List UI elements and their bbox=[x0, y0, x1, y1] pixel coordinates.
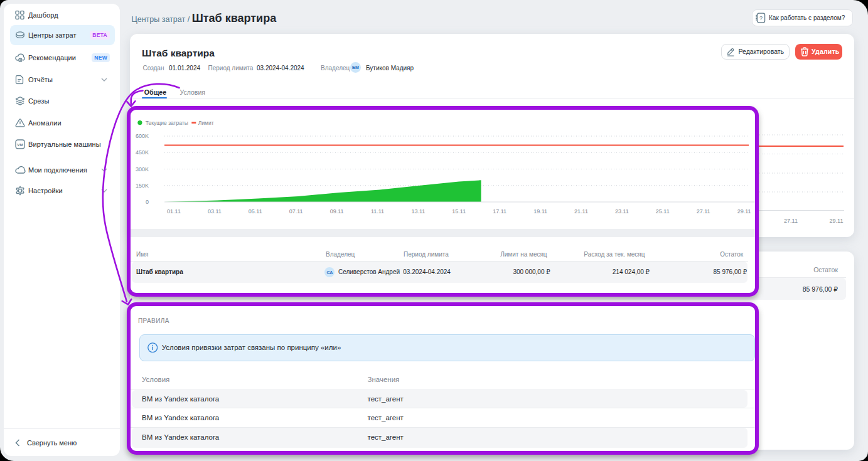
svg-text:17.11: 17.11 bbox=[493, 208, 506, 215]
svg-text:23.11: 23.11 bbox=[615, 208, 629, 215]
svg-text:VM: VM bbox=[17, 142, 23, 146]
svg-text:27.11: 27.11 bbox=[697, 208, 710, 215]
svg-text:Текущие затраты: Текущие затраты bbox=[146, 120, 188, 126]
svg-text:19.11: 19.11 bbox=[533, 208, 547, 215]
svg-text:13.11: 13.11 bbox=[411, 208, 425, 215]
svg-text:300K: 300K bbox=[136, 166, 149, 172]
svg-text:600K: 600K bbox=[136, 133, 149, 139]
svg-text:07.11: 07.11 bbox=[289, 208, 303, 215]
svg-text:21.11: 21.11 bbox=[574, 208, 588, 215]
svg-text:05.11: 05.11 bbox=[249, 208, 262, 215]
svg-text:0: 0 bbox=[146, 199, 149, 205]
svg-text:09.11: 09.11 bbox=[330, 208, 344, 215]
svg-text:29.11: 29.11 bbox=[830, 218, 844, 224]
svg-text:450K: 450K bbox=[136, 149, 149, 156]
svg-text:25.11: 25.11 bbox=[656, 208, 670, 215]
svg-text:?: ? bbox=[759, 15, 763, 21]
svg-text:03.11: 03.11 bbox=[208, 208, 222, 215]
svg-text:27.11: 27.11 bbox=[784, 218, 798, 224]
svg-text:01.11: 01.11 bbox=[167, 208, 181, 215]
svg-text:29.11: 29.11 bbox=[737, 208, 751, 215]
svg-text:11.11: 11.11 bbox=[371, 208, 384, 215]
svg-text:Лимит: Лимит bbox=[198, 120, 214, 126]
svg-text:150K: 150K bbox=[136, 183, 149, 189]
svg-text:15.11: 15.11 bbox=[452, 208, 466, 215]
